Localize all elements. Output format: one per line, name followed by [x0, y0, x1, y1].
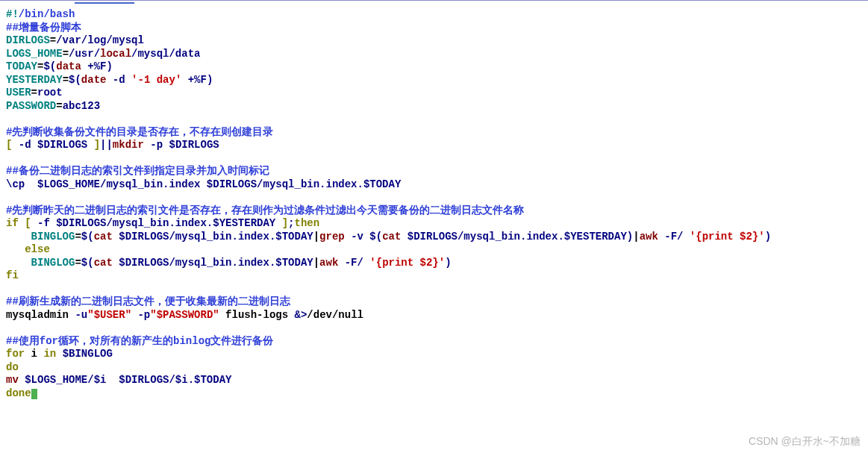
code-line: USER=root — [6, 87, 862, 100]
code-token: = — [75, 231, 81, 243]
code-token: -d $DIRLOGS — [19, 139, 87, 151]
code-token: cat — [94, 231, 119, 243]
code-token: PASSWORD — [6, 100, 56, 112]
code-token: = — [63, 74, 69, 86]
code-token — [6, 322, 16, 334]
code-line — [6, 113, 862, 126]
code-token: /$i.$TODAY — [169, 374, 231, 386]
code-token: '{print $2}' — [690, 231, 765, 243]
code-token: /dev/null — [307, 309, 363, 321]
code-token: -v $( — [351, 231, 382, 243]
code-token: $( — [43, 60, 56, 72]
code-token: ##使用 — [6, 335, 40, 347]
code-token: -F/ — [345, 257, 370, 269]
code-token: ##备份二进制日志的索引文件到指定目录并加入时间标记 — [6, 165, 269, 177]
code-line: do — [6, 361, 862, 375]
code-token: for — [40, 335, 58, 347]
code-token: mkdir — [113, 139, 150, 151]
code-token: #! — [6, 8, 19, 20]
code-line: mv $LOGS_HOME/$i $DIRLOGS/$i.$TODAY — [6, 374, 862, 387]
code-line: [ -d $DIRLOGS ]||mkdir -p $DIRLOGS — [6, 139, 862, 152]
code-token: "$USER" — [87, 309, 131, 321]
code-token: date — [81, 74, 113, 86]
code-token: $( — [81, 231, 94, 243]
code-line — [6, 191, 862, 204]
code-token: -p $DIRLOGS — [150, 139, 219, 151]
code-token: ) — [765, 231, 771, 243]
code-token: i — [25, 348, 43, 360]
code-token: ##增量备份脚本 — [6, 22, 81, 34]
code-token: /mysql_bin.index.$YESTERDAY — [106, 217, 275, 229]
code-line: #先判断昨天的二进制日志的索引文件是否存在，存在则作为过滤条件过滤出今天需要备份… — [6, 204, 862, 218]
code-token: ) — [627, 231, 633, 243]
code-line: if [ -f $DIRLOGS/mysql_bin.index.$YESTER… — [6, 217, 862, 231]
code-token: #先判断昨天的二进制日志的索引文件是否存在，存在则作为过滤条件过滤出今天需要备份… — [6, 204, 524, 216]
code-editor[interactable]: #!/bin/bash##增量备份脚本DIRLOGS=/var/log/mysq… — [0, 5, 868, 400]
code-token: /mysql_bin.index.$TODAY — [257, 178, 401, 190]
code-token — [6, 113, 16, 125]
code-line — [6, 322, 862, 335]
code-line: fi — [6, 269, 862, 283]
code-token: flush-logs — [219, 309, 295, 321]
tab-bar — [0, 2, 868, 5]
code-token: -p — [131, 309, 150, 321]
code-token: $BINGLOG — [63, 348, 113, 360]
code-token: $DIRLOGS — [119, 257, 169, 269]
code-token: $( — [81, 257, 94, 269]
code-token: $LOGS_HOME — [25, 374, 87, 386]
code-token: BINGLOG — [31, 231, 75, 243]
code-token: for — [6, 348, 25, 360]
code-line: BINGLOG=$(cat $DIRLOGS/mysql_bin.index.$… — [6, 231, 862, 244]
code-line: PASSWORD=abc123 — [6, 100, 862, 113]
code-line: for i in $BINGLOG — [6, 348, 862, 361]
code-token: ; — [288, 217, 294, 229]
code-token: = — [31, 87, 37, 99]
code-token: $( — [69, 74, 81, 86]
code-token: DIRLOGS — [6, 34, 50, 46]
code-token: USER — [6, 87, 31, 99]
code-token: '-1 day' — [131, 74, 181, 86]
code-line: done — [6, 387, 862, 401]
code-line: ##使用for循环，对所有的新产生的binlog文件进行备份 — [6, 335, 862, 349]
code-token: awk — [319, 257, 345, 269]
code-token: = — [63, 48, 69, 60]
code-token: awk — [640, 231, 665, 243]
code-token: done — [6, 387, 31, 399]
code-line: ##备份二进制日志的索引文件到指定目录并加入时间标记 — [6, 165, 862, 178]
code-token: in — [43, 348, 62, 360]
code-token: /mysql_bin.index.$TODAY — [169, 231, 313, 243]
code-line: \cp $LOGS_HOME/mysql_bin.index $DIRLOGS/… — [6, 178, 862, 192]
code-token: -u — [75, 309, 87, 321]
code-token: -d — [113, 74, 131, 86]
code-token: || — [100, 139, 113, 151]
code-line: #!/bin/bash — [6, 8, 862, 22]
code-token: abc123 — [63, 100, 100, 112]
code-token: mv — [6, 374, 25, 386]
code-token: ##刷新生成新的二进制日志文件，便于收集最新的二进制日志 — [6, 296, 290, 307]
code-token: -F/ — [664, 231, 690, 243]
code-token: do — [6, 361, 19, 373]
code-line: else — [6, 243, 862, 257]
code-token: YESTERDAY — [6, 74, 63, 86]
code-token: /mysql_bin.index.$YESTERDAY — [458, 231, 627, 243]
code-line: mysqladmin -u"$USER" -p"$PASSWORD" flush… — [6, 309, 862, 322]
code-token: LOGS_HOME — [6, 48, 63, 60]
code-token: [ — [6, 139, 19, 151]
code-line: LOGS_HOME=/usr/local/mysql/data — [6, 48, 862, 61]
code-token: cat — [94, 257, 119, 269]
code-token: 文件进行备份 — [210, 335, 273, 347]
code-token: &> — [295, 309, 307, 321]
code-line: ##增量备份脚本 — [6, 22, 862, 35]
code-token: = — [75, 257, 81, 269]
code-token — [6, 191, 16, 203]
code-token — [6, 283, 16, 295]
cursor — [31, 389, 37, 399]
code-token: /$i $DIRLOGS — [87, 374, 169, 386]
code-token: ] — [87, 139, 100, 151]
code-token: then — [295, 217, 320, 229]
code-token: | — [313, 257, 319, 269]
code-token — [6, 231, 31, 243]
code-token: cat — [382, 231, 408, 243]
code-token: /bin/bash — [19, 8, 75, 20]
code-line: BINGLOG=$(cat $DIRLOGS/mysql_bin.index.$… — [6, 257, 862, 270]
